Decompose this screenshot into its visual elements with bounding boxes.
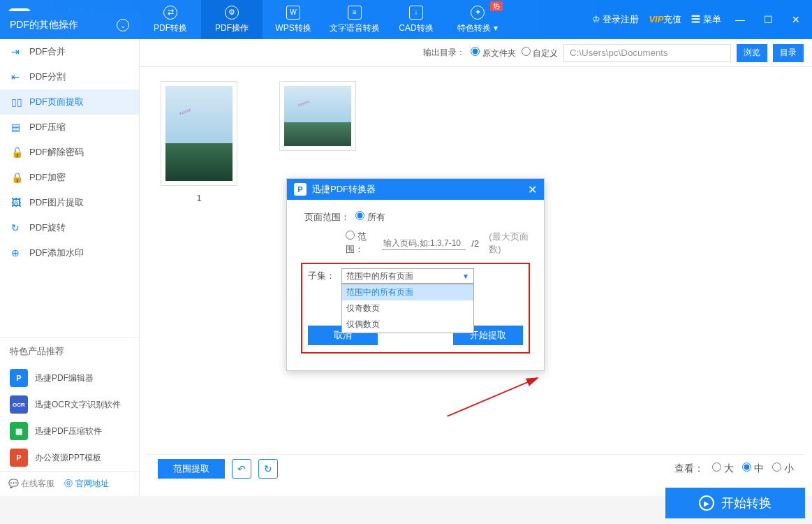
radio-original-folder[interactable]: 原文件夹 [471,47,515,59]
subset-select[interactable]: 范围中的所有页面▼ 范围中的所有页面 仅奇数页 仅偶数页 [341,268,474,284]
browse-button[interactable]: 浏览 [737,44,767,62]
sidebar-footer: 💬 在线客服 ⓔ 官网地址 [0,471,139,496]
subset-label: 子集： [308,270,336,282]
extract-dialog: P 迅捷PDF转换器 ✕ 页面范围： 所有 范围： /2 (最大页面数) 子集：… [286,178,545,371]
promo-ppt[interactable]: P办公资源PPT模板 [0,444,139,471]
tab-special-convert[interactable]: 热✦特色转换 ▾ [447,0,508,39]
thumbnail-label: 1 [161,193,237,203]
promo-header: 特色产品推荐 [0,337,139,365]
option-odd[interactable]: 仅奇数页 [342,300,473,316]
top-right-controls: ♔ 登录注册 VIP充值 ☰ 菜单 — ☐ ✕ [592,10,812,29]
tab-wps-convert[interactable]: WWPS转换 [263,0,324,39]
close-button[interactable]: ✕ [787,10,805,29]
start-convert-button[interactable]: ▶ 开始转换 [665,488,805,518]
merge-icon: ⇥ [11,46,22,57]
promo-icon: P [10,369,28,387]
split-icon: ⇤ [11,71,22,82]
chevron-down-icon: ⌄ [117,19,129,31]
option-even[interactable]: 仅偶数页 [342,316,473,333]
menu-link[interactable]: ☰ 菜单 [691,13,721,26]
dialog-close-button[interactable]: ✕ [528,183,537,196]
svg-line-0 [447,378,538,416]
view-options: 查看： 大 中 小 [674,463,794,475]
view-mid[interactable]: 中 [742,463,764,475]
dialog-header: P 迅捷PDF转换器 ✕ [287,179,544,200]
promo-ocr[interactable]: OCR迅捷OCR文字识别软件 [0,391,139,418]
sidebar-item-compress[interactable]: ▤PDF压缩 [0,115,139,140]
star-icon: ✦ [471,6,485,20]
thumbnail-1[interactable]: xxxxx 1 [161,81,237,203]
website-link[interactable]: ⓔ 官网地址 [64,478,108,490]
annotation-arrow [447,374,545,416]
output-path-input[interactable] [563,44,731,62]
total-pages: /2 [471,238,479,249]
subset-highlight-box: 子集： 范围中的所有页面▼ 范围中的所有页面 仅奇数页 仅偶数页 取消 开始提取 [301,263,530,354]
unlock-icon: 🔓 [11,147,22,158]
sidebar-item-rotate[interactable]: ↻PDF旋转 [0,215,139,240]
undo-button[interactable]: ↶ [232,459,251,479]
hot-badge: 热 [490,1,503,11]
sidebar-item-img-extract[interactable]: 🖼PDF图片提取 [0,190,139,215]
sidebar: PDF的其他操作 ⌄ ⇥PDF合并 ⇤PDF分割 ▯▯PDF页面提取 ▤PDF压… [0,39,140,496]
radio-range-pages[interactable]: 范围： [346,231,376,256]
radio-all-pages[interactable]: 所有 [355,211,385,224]
tab-pdf-convert[interactable]: ⇄PDF转换 [140,0,201,39]
sidebar-item-merge[interactable]: ⇥PDF合并 [0,39,139,64]
top-tabs: ⇄PDF转换 ⚙PDF操作 WWPS转换 ≡文字语音转换 ↓CAD转换 热✦特色… [140,0,508,39]
sidebar-item-extract[interactable]: ▯▯PDF页面提取 [0,89,139,115]
dropdown-triangle-icon: ▼ [462,272,469,280]
vip-link[interactable]: VIP充值 [649,13,681,26]
subset-dropdown: 范围中的所有页面 仅奇数页 仅偶数页 [341,284,474,333]
minimize-button[interactable]: — [731,10,749,29]
plus-icon: ⊕ [11,247,22,259]
promo-icon: OCR [10,395,28,414]
page-range-label: 页面范围： [301,211,350,224]
promo-compress[interactable]: ▦迅捷PDF压缩软件 [0,418,139,444]
cad-icon: ↓ [409,6,423,20]
max-page-hint: (最大页面数) [489,231,530,256]
gear-icon: ⚙ [225,6,239,20]
output-dir-label: 输出目录： [423,47,465,59]
online-service-link[interactable]: 💬 在线客服 [8,478,54,490]
promo-pdf-editor[interactable]: P迅捷PDF编辑器 [0,365,139,391]
option-all-in-range[interactable]: 范围中的所有页面 [342,284,473,300]
sidebar-header[interactable]: PDF的其他操作 ⌄ [0,11,139,39]
tab-text-voice[interactable]: ≡文字语音转换 [324,0,385,39]
play-icon: ▶ [699,495,714,511]
dialog-logo-icon: P [294,183,307,196]
sidebar-item-split[interactable]: ⇤PDF分割 [0,64,139,89]
convert-icon: ⇄ [163,6,177,20]
dialog-body: 页面范围： 所有 范围： /2 (最大页面数) 子集： 范围中的所有页面▼ 范围… [287,200,544,370]
sidebar-item-watermark[interactable]: ⊕PDF添加水印 [0,240,139,265]
compress-icon: ▤ [11,122,22,133]
view-big[interactable]: 大 [712,463,734,475]
thumbnail-image: xxxxx [161,81,237,186]
range-extract-button[interactable]: 范围提取 [158,459,225,479]
dialog-title: 迅捷PDF转换器 [312,183,376,196]
login-link[interactable]: ♔ 登录注册 [592,13,640,26]
sidebar-item-encrypt[interactable]: 🔒PDF加密 [0,165,139,190]
maximize-button[interactable]: ☐ [759,10,777,29]
bottom-bar: 范围提取 ↶ ↻ 查看： 大 中 小 [147,454,805,482]
tab-pdf-operate[interactable]: ⚙PDF操作 [201,0,263,39]
promo-icon: ▦ [10,422,28,440]
radio-custom-folder[interactable]: 自定义 [522,47,558,59]
thumbnail-image: xxxxx [279,81,356,151]
promo-icon: P [10,449,28,467]
range-input[interactable] [382,237,466,250]
voice-icon: ≡ [348,6,362,20]
lock-icon: 🔒 [11,172,22,183]
tab-cad-convert[interactable]: ↓CAD转换 [385,0,447,39]
view-small[interactable]: 小 [772,463,794,475]
sidebar-item-unlock[interactable]: 🔓PDF解除密码 [0,140,139,165]
output-bar: 输出目录： 原文件夹 自定义 浏览 目录 [140,39,812,67]
image-icon: 🖼 [11,197,22,208]
rotate-icon: ↻ [11,222,22,233]
refresh-button[interactable]: ↻ [258,459,278,479]
view-label: 查看： [674,463,704,475]
dir-button[interactable]: 目录 [773,44,804,62]
wps-icon: W [286,6,300,20]
extract-icon: ▯▯ [11,96,22,108]
